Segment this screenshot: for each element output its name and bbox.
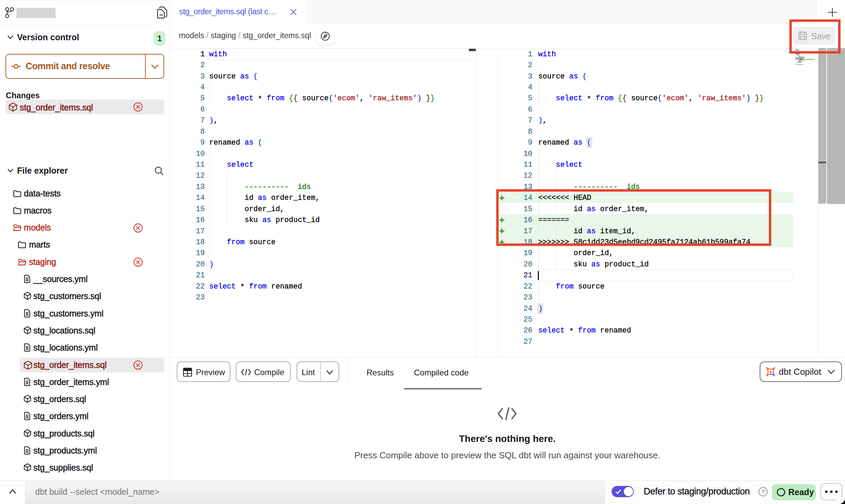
svg-text:?: ?	[761, 489, 764, 495]
